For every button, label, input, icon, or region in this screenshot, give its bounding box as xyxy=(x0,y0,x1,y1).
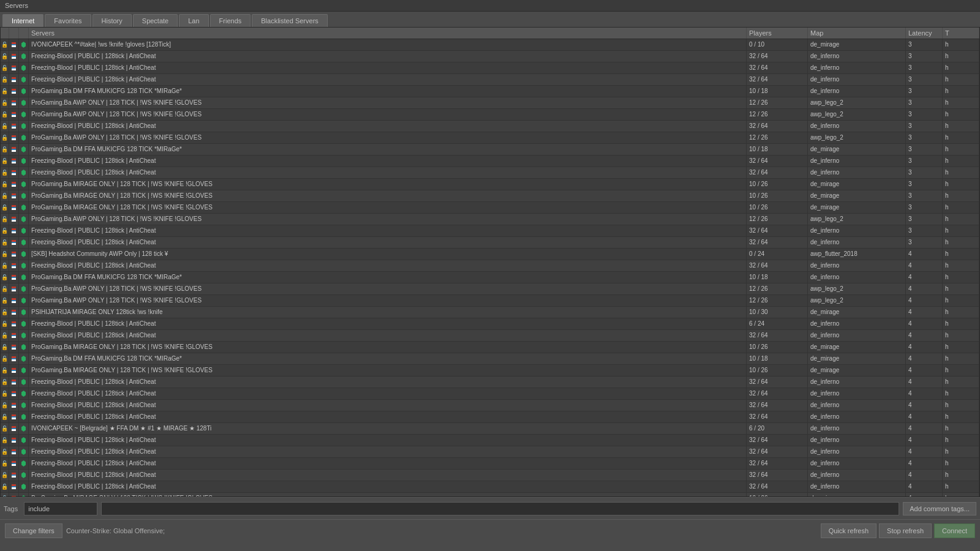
table-row[interactable]: 🔓ProGaming.Ba MIRAGE ONLY | 128 TICK | !… xyxy=(1,190,979,202)
table-row[interactable]: 🔓ProGaming.Ba AWP ONLY | 128 TICK | !WS … xyxy=(1,283,979,295)
th-name[interactable]: Servers xyxy=(29,28,747,39)
lock-cell: 🔓 xyxy=(1,365,9,376)
table-row[interactable]: 🔓Freezing-Blood | PUBLIC | 128tick | Ant… xyxy=(1,225,979,237)
server-map: de_inferno xyxy=(808,435,906,446)
table-row[interactable]: 🔓Freezing-Blood | PUBLIC | 128tick | Ant… xyxy=(1,470,979,481)
th-map[interactable]: Map xyxy=(808,28,906,39)
tab-favorites[interactable]: Favorites xyxy=(45,14,91,27)
table-row[interactable]: 🔓IVONICAPEEK ~ [Belgrade] ★ FFA DM ★ #1 … xyxy=(1,423,979,435)
server-latency: 4 xyxy=(906,493,943,497)
table-row[interactable]: 🔓Freezing-Blood | PUBLIC | 128tick | Ant… xyxy=(1,237,979,249)
table-row[interactable]: 🔓ProGaming.Ba MIRAGE ONLY | 128 TICK | !… xyxy=(1,342,979,353)
table-row[interactable]: 🔓PSIHIJATRIJA MIRAGE ONLY 128tick !ws !k… xyxy=(1,307,979,318)
table-row[interactable]: 🔓Freezing-Blood | PUBLIC | 128tick | Ant… xyxy=(1,388,979,400)
table-row[interactable]: 🔓Freezing-Blood | PUBLIC | 128tick | Ant… xyxy=(1,318,979,330)
flag-cell xyxy=(9,388,19,399)
server-map: de_inferno xyxy=(808,388,906,399)
lock-cell: 🔓 xyxy=(1,249,9,260)
lock-cell: 🔓 xyxy=(1,307,9,318)
th-players[interactable]: Players xyxy=(747,28,808,39)
server-map: de_inferno xyxy=(808,330,906,341)
server-map: de_mirage xyxy=(808,353,906,364)
tab-lan[interactable]: Lan xyxy=(179,14,208,27)
table-row[interactable]: 🔓Freezing-Blood | PUBLIC | 128tick | Ant… xyxy=(1,51,979,62)
table-row[interactable]: 🔓Freezing-Blood | PUBLIC | 128tick | Ant… xyxy=(1,400,979,411)
vac-cell xyxy=(19,388,29,399)
server-map: awp_lego_2 xyxy=(808,214,906,225)
flag-cell xyxy=(9,377,19,388)
server-latency: 3 xyxy=(906,86,943,97)
table-row[interactable]: 🔓Freezing-Blood | PUBLIC | 128tick | Ant… xyxy=(1,167,979,179)
server-players: 6 / 20 xyxy=(747,423,808,434)
table-row[interactable]: 🔓ProGaming.Ba DM FFA MUKICFG 128 TICK *M… xyxy=(1,353,979,365)
table-row[interactable]: 🔓ProGaming.Ba AWP ONLY | 128 TICK | !WS … xyxy=(1,214,979,225)
table-row[interactable]: 🔓ProGaming.Ba AWP ONLY | 128 TICK | !WS … xyxy=(1,97,979,109)
table-row[interactable]: 🔓ProGaming.Ba DM FFA MUKICFG 128 TICK *M… xyxy=(1,86,979,97)
server-tags: h xyxy=(943,51,979,62)
vac-cell xyxy=(19,400,29,411)
table-row[interactable]: 🔓Freezing-Blood | PUBLIC | 128tick | Ant… xyxy=(1,458,979,470)
server-tags: h xyxy=(943,167,979,178)
server-map: de_inferno xyxy=(808,423,906,434)
table-row[interactable]: 🔓ProGaming.Ba AWP ONLY | 128 TICK | !WS … xyxy=(1,109,979,121)
table-row[interactable]: 🔓[SKB] Headshot Community AWP Only | 128… xyxy=(1,249,979,260)
th-latency[interactable]: Latency xyxy=(906,28,943,39)
table-row[interactable]: 🔓ProGaming.Ba DM FFA MUKICFG 128 TICK *M… xyxy=(1,272,979,283)
server-name: Freezing-Blood | PUBLIC | 128tick | Anti… xyxy=(29,446,747,457)
server-tags: h xyxy=(943,481,979,492)
server-tags: h xyxy=(943,388,979,399)
table-row[interactable]: 🔓Freezing-Blood | PUBLIC | 128tick | Ant… xyxy=(1,481,979,493)
table-row[interactable]: 🔓Freezing-Blood | PUBLIC | 128tick | Ant… xyxy=(1,330,979,342)
server-name: Freezing-Blood | PUBLIC | 128tick | Anti… xyxy=(29,74,747,85)
tab-history[interactable]: History xyxy=(92,14,132,27)
table-row[interactable]: 🔓Freezing-Blood | PUBLIC | 128tick | Ant… xyxy=(1,121,979,132)
tab-internet[interactable]: Internet xyxy=(2,14,43,27)
table-row[interactable]: 🔓ProGaming.Ba AWP ONLY | 128 TICK | !WS … xyxy=(1,295,979,307)
vac-cell xyxy=(19,423,29,434)
tab-blacklisted[interactable]: Blacklisted Servers xyxy=(252,14,328,27)
table-row[interactable]: 🔓ProGaming.Ba MIRAGE ONLY | 128 TICK | !… xyxy=(1,179,979,190)
table-row[interactable]: 🔓ProGaming.Ba MIRAGE ONLY | 128 TICK | !… xyxy=(1,365,979,377)
th-flag[interactable] xyxy=(9,28,19,39)
flag-cell xyxy=(9,225,19,236)
table-row[interactable]: 🔓ProGaming.Ba MIRAGE ONLY | 128 TICK | !… xyxy=(1,493,979,497)
flag-cell xyxy=(9,132,19,143)
tab-friends[interactable]: Friends xyxy=(210,14,251,27)
tags-extra-field[interactable] xyxy=(101,502,899,515)
table-row[interactable]: 🔓Freezing-Blood | PUBLIC | 128tick | Ant… xyxy=(1,62,979,74)
change-filters-button[interactable]: Change filters xyxy=(5,523,62,538)
table-row[interactable]: 🔓Freezing-Blood | PUBLIC | 128tick | Ant… xyxy=(1,74,979,86)
table-row[interactable]: 🔓Freezing-Blood | PUBLIC | 128tick | Ant… xyxy=(1,260,979,272)
table-row[interactable]: 🔓Freezing-Blood | PUBLIC | 128tick | Ant… xyxy=(1,411,979,423)
tab-spectate[interactable]: Spectate xyxy=(133,14,178,27)
table-row[interactable]: 🔓Freezing-Blood | PUBLIC | 128tick | Ant… xyxy=(1,446,979,458)
table-row[interactable]: 🔓ProGaming.Ba MIRAGE ONLY | 128 TICK | !… xyxy=(1,202,979,214)
vac-cell xyxy=(19,342,29,353)
server-latency: 3 xyxy=(906,167,943,178)
th-lock[interactable] xyxy=(1,28,9,39)
table-row[interactable]: 🔓IVONICAPEEK ^*#take| !ws !knife !gloves… xyxy=(1,39,979,51)
add-common-tags-button[interactable]: Add common tags... xyxy=(903,502,976,515)
table-row[interactable]: 🔓ProGaming.Ba AWP ONLY | 128 TICK | !WS … xyxy=(1,132,979,144)
connect-button[interactable]: Connect xyxy=(934,523,975,538)
server-map: de_mirage xyxy=(808,190,906,201)
nav-tabs: Internet Favorites History Spectate Lan … xyxy=(0,12,980,27)
server-tags: h xyxy=(943,377,979,388)
server-name: Freezing-Blood | PUBLIC | 128tick | Anti… xyxy=(29,411,747,422)
server-tags: h xyxy=(943,318,979,329)
table-row[interactable]: 🔓Freezing-Blood | PUBLIC | 128tick | Ant… xyxy=(1,435,979,446)
th-tags[interactable]: T xyxy=(943,28,979,39)
server-tags: h xyxy=(943,74,979,85)
th-vac[interactable] xyxy=(19,28,29,39)
flag-cell xyxy=(9,493,19,497)
table-row[interactable]: 🔓ProGaming.Ba DM FFA MUKICFG 128 TICK *M… xyxy=(1,144,979,156)
table-row[interactable]: 🔓Freezing-Blood | PUBLIC | 128tick | Ant… xyxy=(1,156,979,167)
tags-include-input[interactable] xyxy=(24,502,97,515)
vac-cell xyxy=(19,330,29,341)
quick-refresh-button[interactable]: Quick refresh xyxy=(821,523,876,538)
flag-cell xyxy=(9,249,19,260)
table-row[interactable]: 🔓Freezing-Blood | PUBLIC | 128tick | Ant… xyxy=(1,377,979,388)
stop-refresh-button[interactable]: Stop refresh xyxy=(879,523,932,538)
server-latency: 3 xyxy=(906,132,943,143)
lock-cell: 🔓 xyxy=(1,167,9,178)
